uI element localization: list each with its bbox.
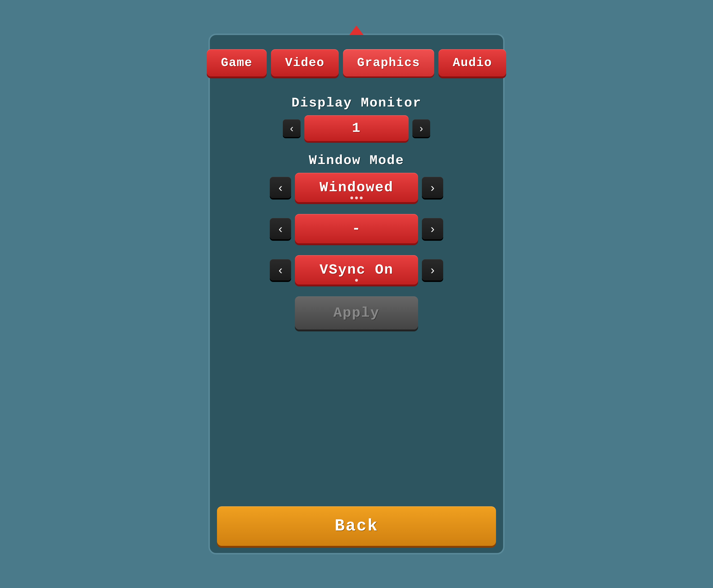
dot-indicator — [355, 196, 358, 199]
content-area: Display Monitor ‹ 1 › Window Mode ‹ Wind… — [210, 91, 503, 334]
tab-bar: Game Video Graphics Audio — [197, 49, 516, 77]
tab-audio[interactable]: Audio — [439, 49, 506, 77]
window-mode-next[interactable]: › — [422, 177, 443, 198]
resolution-group: ‹ - › — [229, 214, 484, 243]
dot-indicator — [350, 196, 353, 199]
dot-indicator — [355, 279, 358, 282]
display-monitor-value: 1 — [304, 115, 409, 141]
display-monitor-next[interactable]: › — [412, 119, 430, 137]
dot-indicator — [360, 196, 363, 199]
back-button[interactable]: Back — [217, 506, 496, 546]
back-button-container: Back — [210, 501, 503, 553]
tab-game[interactable]: Game — [207, 49, 267, 77]
resolution-row: ‹ - › — [270, 214, 443, 243]
display-monitor-label: Display Monitor — [291, 96, 422, 110]
vsync-row: ‹ VSync On › — [270, 255, 443, 285]
resolution-value: - — [295, 214, 418, 243]
chevron-right-icon: › — [420, 122, 423, 134]
tab-graphics[interactable]: Graphics — [343, 49, 434, 77]
vsync-value: VSync On — [295, 255, 418, 285]
chevron-left-icon: ‹ — [279, 263, 283, 277]
chevron-left-icon: ‹ — [290, 122, 293, 134]
chevron-right-icon: › — [431, 263, 435, 277]
window-mode-value: Windowed — [295, 173, 418, 202]
dialog-pointer-triangle — [349, 25, 364, 35]
window-mode-group: Window Mode ‹ Windowed › — [229, 153, 484, 202]
resolution-next[interactable]: › — [422, 218, 443, 239]
chevron-right-icon: › — [431, 181, 435, 194]
settings-dialog: Game Video Graphics Audio Display Monito… — [208, 34, 505, 554]
tab-video[interactable]: Video — [271, 49, 339, 77]
vsync-next[interactable]: › — [422, 259, 443, 280]
window-mode-prev[interactable]: ‹ — [270, 177, 291, 198]
vsync-prev[interactable]: ‹ — [270, 259, 291, 280]
display-monitor-prev[interactable]: ‹ — [283, 119, 301, 137]
window-mode-row: ‹ Windowed › — [270, 173, 443, 202]
chevron-left-icon: ‹ — [279, 181, 283, 194]
apply-button[interactable]: Apply — [295, 296, 418, 330]
vsync-group: ‹ VSync On › — [229, 255, 484, 285]
chevron-left-icon: ‹ — [279, 222, 283, 235]
resolution-prev[interactable]: ‹ — [270, 218, 291, 239]
chevron-right-icon: › — [431, 222, 435, 235]
window-mode-label: Window Mode — [309, 153, 404, 168]
display-monitor-group: Display Monitor ‹ 1 › — [229, 96, 484, 141]
display-monitor-row: ‹ 1 › — [283, 115, 430, 141]
